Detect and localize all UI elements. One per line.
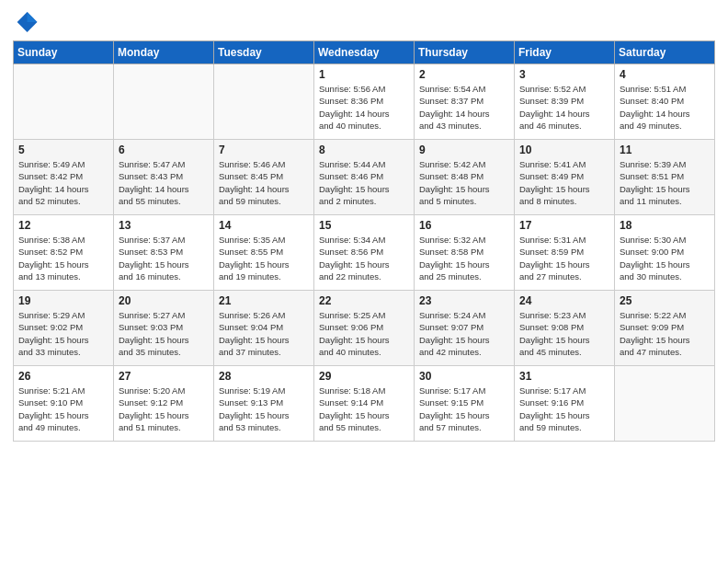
day-info: Sunrise: 5:17 AM Sunset: 9:16 PM Dayligh… xyxy=(519,385,609,433)
day-info: Sunrise: 5:56 AM Sunset: 8:36 PM Dayligh… xyxy=(319,83,409,132)
day-number: 14 xyxy=(219,219,309,232)
calendar-cell: 23Sunrise: 5:24 AM Sunset: 9:07 PM Dayli… xyxy=(415,291,515,366)
day-info: Sunrise: 5:42 AM Sunset: 8:48 PM Dayligh… xyxy=(419,158,509,207)
day-of-week-header: Thursday xyxy=(415,41,515,64)
day-number: 5 xyxy=(18,144,108,156)
day-info: Sunrise: 5:32 AM Sunset: 8:58 PM Dayligh… xyxy=(419,234,509,282)
calendar-cell: 3Sunrise: 5:52 AM Sunset: 8:39 PM Daylig… xyxy=(515,64,615,140)
calendar-cell xyxy=(214,64,314,140)
calendar-cell: 26Sunrise: 5:21 AM Sunset: 9:10 PM Dayli… xyxy=(14,366,114,442)
day-number: 13 xyxy=(119,219,209,232)
day-number: 7 xyxy=(219,144,309,156)
day-number: 8 xyxy=(319,144,409,156)
calendar-week-row: 19Sunrise: 5:29 AM Sunset: 9:02 PM Dayli… xyxy=(14,291,715,366)
day-info: Sunrise: 5:21 AM Sunset: 9:10 PM Dayligh… xyxy=(18,385,108,433)
day-number: 9 xyxy=(419,144,509,156)
day-info: Sunrise: 5:47 AM Sunset: 8:43 PM Dayligh… xyxy=(119,158,209,207)
calendar-week-row: 5Sunrise: 5:49 AM Sunset: 8:42 PM Daylig… xyxy=(14,140,715,215)
day-number: 18 xyxy=(620,219,710,232)
calendar-cell: 31Sunrise: 5:17 AM Sunset: 9:16 PM Dayli… xyxy=(515,366,615,442)
calendar-cell: 21Sunrise: 5:26 AM Sunset: 9:04 PM Dayli… xyxy=(214,291,314,366)
logo-icon xyxy=(13,9,39,35)
svg-marker-1 xyxy=(28,12,38,22)
calendar-cell: 20Sunrise: 5:27 AM Sunset: 9:03 PM Dayli… xyxy=(114,291,214,366)
day-info: Sunrise: 5:20 AM Sunset: 9:12 PM Dayligh… xyxy=(119,385,209,433)
logo xyxy=(13,9,42,35)
calendar-cell: 22Sunrise: 5:25 AM Sunset: 9:06 PM Dayli… xyxy=(314,291,415,366)
calendar-cell: 18Sunrise: 5:30 AM Sunset: 9:00 PM Dayli… xyxy=(615,215,715,291)
day-info: Sunrise: 5:46 AM Sunset: 8:45 PM Dayligh… xyxy=(219,158,309,207)
calendar-cell: 14Sunrise: 5:35 AM Sunset: 8:55 PM Dayli… xyxy=(214,215,314,291)
day-info: Sunrise: 5:49 AM Sunset: 8:42 PM Dayligh… xyxy=(18,158,108,207)
calendar-cell: 29Sunrise: 5:18 AM Sunset: 9:14 PM Dayli… xyxy=(314,366,415,442)
day-number: 2 xyxy=(419,68,509,81)
calendar-cell: 25Sunrise: 5:22 AM Sunset: 9:09 PM Dayli… xyxy=(615,291,715,366)
calendar-cell xyxy=(615,366,715,442)
day-number: 10 xyxy=(519,144,609,156)
day-number: 1 xyxy=(319,68,409,81)
calendar-cell: 24Sunrise: 5:23 AM Sunset: 9:08 PM Dayli… xyxy=(515,291,615,366)
day-info: Sunrise: 5:51 AM Sunset: 8:40 PM Dayligh… xyxy=(620,83,710,132)
day-info: Sunrise: 5:31 AM Sunset: 8:59 PM Dayligh… xyxy=(519,234,609,282)
page: SundayMondayTuesdayWednesdayThursdayFrid… xyxy=(0,0,728,563)
calendar-cell: 2Sunrise: 5:54 AM Sunset: 8:37 PM Daylig… xyxy=(415,64,515,140)
day-number: 31 xyxy=(519,370,609,383)
day-info: Sunrise: 5:17 AM Sunset: 9:15 PM Dayligh… xyxy=(419,385,509,433)
day-info: Sunrise: 5:35 AM Sunset: 8:55 PM Dayligh… xyxy=(219,234,309,282)
day-of-week-header: Saturday xyxy=(615,41,715,64)
calendar-cell: 1Sunrise: 5:56 AM Sunset: 8:36 PM Daylig… xyxy=(314,64,415,140)
calendar-cell: 10Sunrise: 5:41 AM Sunset: 8:49 PM Dayli… xyxy=(515,140,615,215)
day-number: 25 xyxy=(620,294,710,307)
day-number: 24 xyxy=(519,294,609,307)
day-number: 27 xyxy=(119,370,209,383)
day-info: Sunrise: 5:24 AM Sunset: 9:07 PM Dayligh… xyxy=(419,309,509,358)
day-number: 17 xyxy=(519,219,609,232)
day-number: 11 xyxy=(620,144,710,156)
day-info: Sunrise: 5:29 AM Sunset: 9:02 PM Dayligh… xyxy=(18,309,108,358)
day-info: Sunrise: 5:52 AM Sunset: 8:39 PM Dayligh… xyxy=(519,83,609,132)
calendar-cell: 12Sunrise: 5:38 AM Sunset: 8:52 PM Dayli… xyxy=(14,215,114,291)
calendar-cell: 9Sunrise: 5:42 AM Sunset: 8:48 PM Daylig… xyxy=(415,140,515,215)
day-number: 6 xyxy=(119,144,209,156)
day-of-week-header: Tuesday xyxy=(214,41,314,64)
day-info: Sunrise: 5:26 AM Sunset: 9:04 PM Dayligh… xyxy=(219,309,309,358)
calendar-cell: 15Sunrise: 5:34 AM Sunset: 8:56 PM Dayli… xyxy=(314,215,415,291)
calendar-cell: 28Sunrise: 5:19 AM Sunset: 9:13 PM Dayli… xyxy=(214,366,314,442)
calendar-cell xyxy=(114,64,214,140)
day-number: 21 xyxy=(219,294,309,307)
day-info: Sunrise: 5:30 AM Sunset: 9:00 PM Dayligh… xyxy=(620,234,710,282)
day-number: 29 xyxy=(319,370,409,383)
day-info: Sunrise: 5:44 AM Sunset: 8:46 PM Dayligh… xyxy=(319,158,409,207)
calendar-cell: 5Sunrise: 5:49 AM Sunset: 8:42 PM Daylig… xyxy=(14,140,114,215)
day-number: 3 xyxy=(519,68,609,81)
day-of-week-header: Sunday xyxy=(14,41,114,64)
calendar-cell: 27Sunrise: 5:20 AM Sunset: 9:12 PM Dayli… xyxy=(114,366,214,442)
calendar-cell xyxy=(14,64,114,140)
calendar-cell: 4Sunrise: 5:51 AM Sunset: 8:40 PM Daylig… xyxy=(615,64,715,140)
day-info: Sunrise: 5:34 AM Sunset: 8:56 PM Dayligh… xyxy=(319,234,409,282)
header xyxy=(13,9,715,35)
day-info: Sunrise: 5:38 AM Sunset: 8:52 PM Dayligh… xyxy=(18,234,108,282)
day-number: 15 xyxy=(319,219,409,232)
day-info: Sunrise: 5:22 AM Sunset: 9:09 PM Dayligh… xyxy=(620,309,710,358)
calendar: SundayMondayTuesdayWednesdayThursdayFrid… xyxy=(13,40,715,442)
day-number: 28 xyxy=(219,370,309,383)
calendar-week-row: 12Sunrise: 5:38 AM Sunset: 8:52 PM Dayli… xyxy=(14,215,715,291)
day-info: Sunrise: 5:39 AM Sunset: 8:51 PM Dayligh… xyxy=(620,158,710,207)
day-info: Sunrise: 5:25 AM Sunset: 9:06 PM Dayligh… xyxy=(319,309,409,358)
day-info: Sunrise: 5:23 AM Sunset: 9:08 PM Dayligh… xyxy=(519,309,609,358)
day-number: 16 xyxy=(419,219,509,232)
calendar-week-row: 26Sunrise: 5:21 AM Sunset: 9:10 PM Dayli… xyxy=(14,366,715,442)
day-number: 4 xyxy=(620,68,710,81)
day-number: 12 xyxy=(18,219,108,232)
day-number: 20 xyxy=(119,294,209,307)
day-info: Sunrise: 5:41 AM Sunset: 8:49 PM Dayligh… xyxy=(519,158,609,207)
calendar-cell: 17Sunrise: 5:31 AM Sunset: 8:59 PM Dayli… xyxy=(515,215,615,291)
day-number: 23 xyxy=(419,294,509,307)
day-number: 19 xyxy=(18,294,108,307)
calendar-cell: 6Sunrise: 5:47 AM Sunset: 8:43 PM Daylig… xyxy=(114,140,214,215)
calendar-cell: 16Sunrise: 5:32 AM Sunset: 8:58 PM Dayli… xyxy=(415,215,515,291)
day-of-week-header: Wednesday xyxy=(314,41,415,64)
day-number: 30 xyxy=(419,370,509,383)
day-of-week-header: Friday xyxy=(515,41,615,64)
